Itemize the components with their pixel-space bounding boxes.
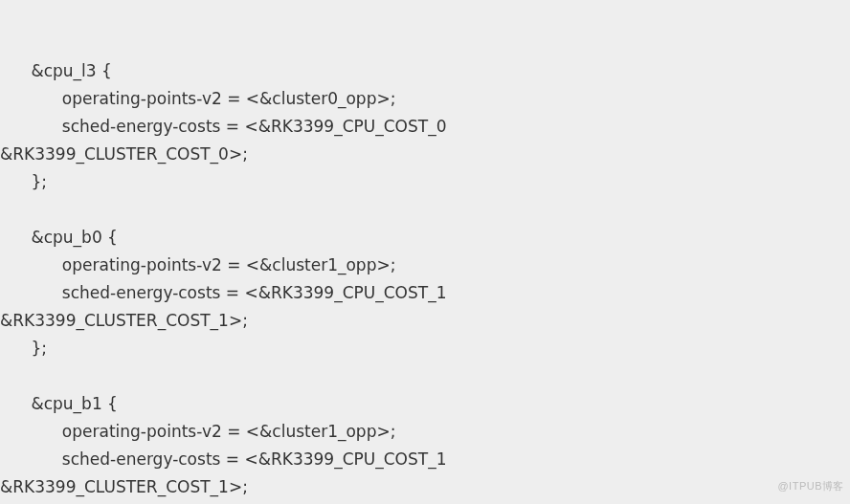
code-line: sched-energy-costs = <&RK3399_CPU_COST_0 <box>0 117 447 136</box>
watermark-text: @ITPUB博客 <box>777 472 844 500</box>
code-line: }; <box>0 339 47 358</box>
code-line: &RK3399_CLUSTER_COST_1>; <box>0 477 248 496</box>
code-line: &cpu_l3 { <box>0 61 112 80</box>
code-line: operating-points-v2 = <&cluster0_opp>; <box>0 89 395 108</box>
code-content: &cpu_l3 { operating-points-v2 = <&cluste… <box>0 55 850 504</box>
code-line: sched-energy-costs = <&RK3399_CPU_COST_1 <box>0 449 447 469</box>
code-snippet-block: &cpu_l3 { operating-points-v2 = <&cluste… <box>0 0 850 504</box>
code-line: sched-energy-costs = <&RK3399_CPU_COST_1 <box>0 283 447 302</box>
code-line: operating-points-v2 = <&cluster1_opp>; <box>0 422 395 441</box>
code-line: &RK3399_CLUSTER_COST_1>; <box>0 311 248 330</box>
code-line: operating-points-v2 = <&cluster1_opp>; <box>0 255 395 274</box>
code-line: }; <box>0 172 47 191</box>
code-line: &cpu_b0 { <box>0 228 118 247</box>
code-line: &cpu_b1 { <box>0 394 118 413</box>
code-line: &RK3399_CLUSTER_COST_0>; <box>0 144 248 164</box>
